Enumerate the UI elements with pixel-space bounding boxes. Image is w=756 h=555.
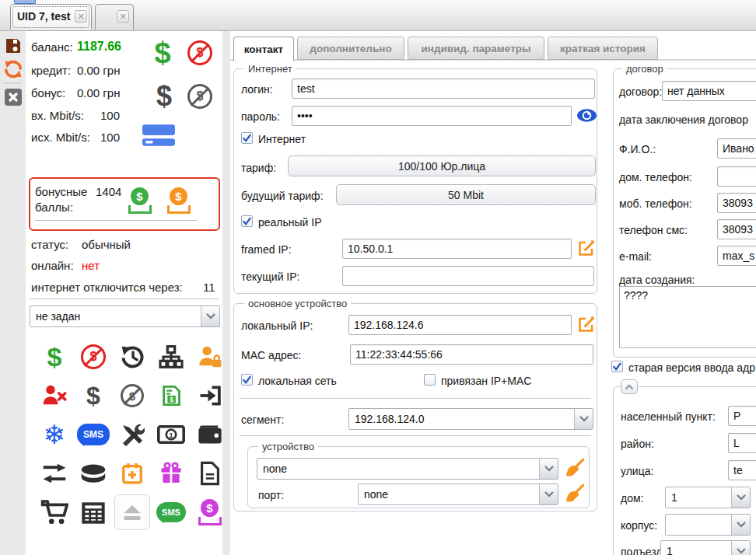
created-date-textarea[interactable]: ???? [619,286,756,348]
chevron-up-icon [625,384,634,390]
chevron-down-icon [737,522,746,528]
entrance-select[interactable]: 1 [660,540,751,555]
svg-text:$: $ [170,396,173,403]
document-button[interactable] [191,454,229,493]
credit-card-button[interactable] [142,124,175,146]
sign-in-button[interactable] [191,376,229,415]
city-input[interactable] [728,406,756,426]
sms-button[interactable]: SMS [74,415,113,454]
charge-block-button[interactable]: $ [113,376,152,415]
mac-input[interactable] [350,344,593,365]
future-tariff-button[interactable]: 50 Mbit [336,184,596,205]
tab-close-icon[interactable]: ✕ [75,10,87,23]
add-payment-button[interactable]: $ [149,37,177,68]
show-password-button[interactable] [576,108,597,123]
building-select-button[interactable] [731,515,750,535]
tab-short-history[interactable]: краткая история [548,37,658,60]
house-select[interactable]: 1 [665,487,751,508]
group-select-button[interactable] [201,306,219,326]
cart-button[interactable] [35,493,74,532]
login-input[interactable] [292,79,595,99]
wallet-button[interactable] [191,415,229,454]
street-input[interactable] [728,460,756,480]
charge-button[interactable]: $ [74,376,113,415]
payment-block-button[interactable]: $ [74,337,113,376]
invoice-button[interactable]: $ [152,376,191,415]
calendar-button[interactable] [74,493,113,532]
current-ip-input[interactable] [342,266,594,286]
building-select[interactable] [665,514,751,536]
chevron-down-icon [579,416,589,422]
framed-ip-input[interactable] [342,239,572,259]
segment-select[interactable]: 192.168.124.0 [348,408,593,430]
network-button[interactable] [152,337,191,376]
save-button[interactable] [4,37,23,55]
block-payment-button[interactable]: $ [187,40,212,65]
user-lock-button[interactable] [191,337,229,376]
sms-green-button[interactable]: SMS [152,493,191,532]
port-select[interactable]: none [358,483,558,505]
sms-phone-input[interactable] [717,219,756,239]
tab-contact[interactable]: контакт [233,37,294,61]
user-delete-button[interactable] [35,376,74,415]
block-charge-button[interactable]: $ [187,84,212,109]
tab-close-icon[interactable]: ✕ [117,10,129,23]
local-ip-edit-button[interactable] [577,315,596,333]
home-phone-label: дом. телефон: [619,171,692,183]
group-select[interactable]: не задан [30,305,220,327]
bonus-spend-button[interactable]: $ [166,187,192,214]
house-select-button[interactable] [731,487,750,508]
district-input[interactable] [728,433,756,453]
chevron-down-icon [737,548,746,554]
in-speed-label: вх. Mbit/s: [31,109,84,122]
freeze-button[interactable]: ❄ [35,415,74,454]
mac-label: MAC адрес: [241,349,301,361]
tariff-button[interactable]: 100/100 Юр.лица [288,155,596,176]
gift-button[interactable] [152,454,191,493]
calendar-add-button[interactable] [113,454,152,493]
real-ip-checkbox-label: реальный IP [258,216,322,229]
payment-button[interactable]: $ [35,337,74,376]
window-tab-empty[interactable]: ✕ [95,4,134,30]
bonus-deposit-button[interactable]: $ [191,493,229,532]
window-tab-active[interactable]: UID 7, test ✕ [10,4,92,30]
port-clear-button[interactable] [565,483,585,504]
mobile-phone-input[interactable] [717,193,756,213]
device-clear-button[interactable] [565,458,585,478]
no-dollar-icon: $ [187,40,212,65]
internet-checkbox[interactable] [241,132,253,144]
bonus-points-label-line2: баллы: [35,201,73,214]
eject-button[interactable] [113,493,152,532]
fio-input[interactable] [717,138,756,159]
segment-select-button[interactable] [574,409,593,429]
home-phone-input[interactable] [717,166,756,187]
port-select-button[interactable] [539,484,558,504]
real-ip-checkbox[interactable] [241,215,253,227]
database-button[interactable] [74,454,113,493]
history-button[interactable] [113,337,152,376]
sitemap-icon [158,344,184,369]
old-address-version-checkbox[interactable] [611,361,623,372]
close-card-button[interactable] [4,88,23,106]
refresh-button[interactable] [3,59,23,79]
device-select-button[interactable] [539,459,558,479]
bonus-add-button[interactable]: $ [127,187,153,214]
address-collapse-button[interactable] [621,379,638,394]
status-value: обычный [82,238,131,251]
transfer-button[interactable] [35,454,74,493]
framed-ip-edit-button[interactable] [577,239,596,257]
email-input[interactable] [717,246,756,266]
local-ip-input[interactable] [348,315,572,335]
tab-individual-params[interactable]: индивид. параметры [408,37,544,60]
bind-ip-mac-checkbox[interactable] [424,374,436,386]
money-button[interactable]: 1 [152,415,191,454]
lan-checkbox[interactable] [241,374,253,386]
tools-button[interactable] [113,415,152,454]
tab-additional[interactable]: дополнительно [297,37,404,60]
device-select[interactable]: none [257,458,558,480]
password-input[interactable] [292,106,572,126]
contract-input[interactable] [662,81,756,101]
add-charge-button[interactable]: $ [150,81,178,112]
broom-icon [565,458,585,478]
entrance-select-button[interactable] [731,541,750,555]
